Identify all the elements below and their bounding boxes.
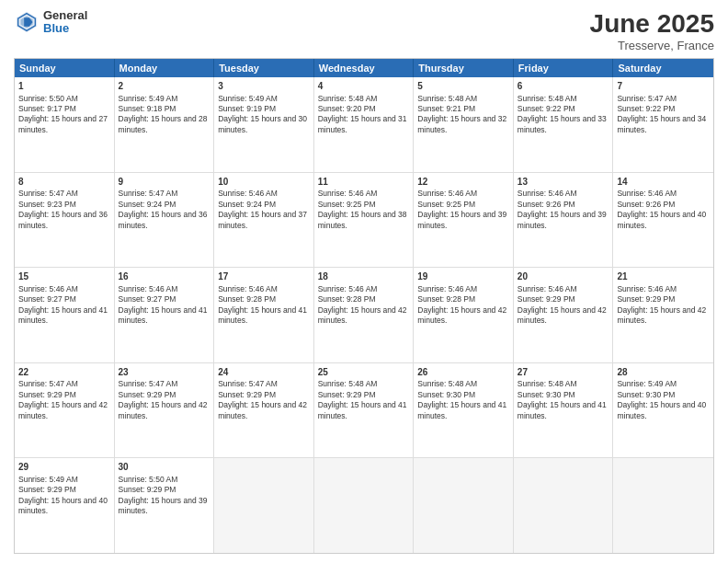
logo-icon xyxy=(14,9,40,35)
header-sunday: Sunday xyxy=(15,59,115,77)
day-26: 26Sunrise: 5:48 AMSunset: 9:30 PMDayligh… xyxy=(414,363,514,458)
day-19: 19Sunrise: 5:46 AMSunset: 9:28 PMDayligh… xyxy=(414,268,514,362)
week-row-1: 1Sunrise: 5:50 AMSunset: 9:17 PMDaylight… xyxy=(15,77,713,173)
page: General Blue June 2025 Tresserve, France… xyxy=(0,0,728,563)
subtitle: Tresserve, France xyxy=(590,39,714,52)
logo-text: General Blue xyxy=(43,9,87,36)
day-3: 3Sunrise: 5:49 AMSunset: 9:19 PMDaylight… xyxy=(214,77,314,172)
day-25: 25Sunrise: 5:48 AMSunset: 9:29 PMDayligh… xyxy=(314,363,415,458)
day-5: 5Sunrise: 5:48 AMSunset: 9:21 PMDaylight… xyxy=(414,77,514,172)
day-9: 9Sunrise: 5:47 AMSunset: 9:24 PMDaylight… xyxy=(115,173,215,268)
header: General Blue June 2025 Tresserve, France xyxy=(14,9,714,52)
week-row-3: 15Sunrise: 5:46 AMSunset: 9:27 PMDayligh… xyxy=(15,268,713,363)
day-24: 24Sunrise: 5:47 AMSunset: 9:29 PMDayligh… xyxy=(214,363,314,458)
logo-line2: Blue xyxy=(43,22,87,35)
logo: General Blue xyxy=(14,9,87,36)
empty-cell-5 xyxy=(613,458,713,553)
day-7: 7Sunrise: 5:47 AMSunset: 9:22 PMDaylight… xyxy=(613,77,713,172)
day-4: 4Sunrise: 5:48 AMSunset: 9:20 PMDaylight… xyxy=(314,77,415,172)
day-17: 17Sunrise: 5:46 AMSunset: 9:28 PMDayligh… xyxy=(214,268,314,362)
empty-cell-3 xyxy=(414,458,514,553)
day-8: 8Sunrise: 5:47 AMSunset: 9:23 PMDaylight… xyxy=(15,173,115,268)
day-10: 10Sunrise: 5:46 AMSunset: 9:24 PMDayligh… xyxy=(214,173,314,268)
day-14: 14Sunrise: 5:46 AMSunset: 9:26 PMDayligh… xyxy=(613,173,713,268)
day-1: 1Sunrise: 5:50 AMSunset: 9:17 PMDaylight… xyxy=(15,77,115,172)
calendar: Sunday Monday Tuesday Wednesday Thursday… xyxy=(14,58,714,554)
day-11: 11Sunrise: 5:46 AMSunset: 9:25 PMDayligh… xyxy=(314,173,415,268)
header-tuesday: Tuesday xyxy=(214,59,314,77)
week-row-4: 22Sunrise: 5:47 AMSunset: 9:29 PMDayligh… xyxy=(15,363,713,459)
day-30: 30Sunrise: 5:50 AMSunset: 9:29 PMDayligh… xyxy=(115,458,215,553)
day-28: 28Sunrise: 5:49 AMSunset: 9:30 PMDayligh… xyxy=(613,363,713,458)
day-29: 29Sunrise: 5:49 AMSunset: 9:29 PMDayligh… xyxy=(15,458,115,553)
week-row-2: 8Sunrise: 5:47 AMSunset: 9:23 PMDaylight… xyxy=(15,173,713,269)
empty-cell-4 xyxy=(514,458,614,553)
day-6: 6Sunrise: 5:48 AMSunset: 9:22 PMDaylight… xyxy=(514,77,614,172)
week-row-5: 29Sunrise: 5:49 AMSunset: 9:29 PMDayligh… xyxy=(15,458,713,553)
day-13: 13Sunrise: 5:46 AMSunset: 9:26 PMDayligh… xyxy=(514,173,614,268)
day-20: 20Sunrise: 5:46 AMSunset: 9:29 PMDayligh… xyxy=(514,268,614,362)
calendar-body: 1Sunrise: 5:50 AMSunset: 9:17 PMDaylight… xyxy=(15,77,713,553)
day-15: 15Sunrise: 5:46 AMSunset: 9:27 PMDayligh… xyxy=(15,268,115,362)
calendar-header: Sunday Monday Tuesday Wednesday Thursday… xyxy=(15,59,713,77)
main-title: June 2025 xyxy=(590,9,714,39)
day-2: 2Sunrise: 5:49 AMSunset: 9:18 PMDaylight… xyxy=(115,77,215,172)
day-23: 23Sunrise: 5:47 AMSunset: 9:29 PMDayligh… xyxy=(115,363,215,458)
empty-cell-1 xyxy=(214,458,314,553)
day-21: 21Sunrise: 5:46 AMSunset: 9:29 PMDayligh… xyxy=(613,268,713,362)
header-wednesday: Wednesday xyxy=(314,59,415,77)
logo-line1: General xyxy=(43,9,87,22)
day-27: 27Sunrise: 5:48 AMSunset: 9:30 PMDayligh… xyxy=(514,363,614,458)
empty-cell-2 xyxy=(314,458,415,553)
day-16: 16Sunrise: 5:46 AMSunset: 9:27 PMDayligh… xyxy=(115,268,215,362)
day-22: 22Sunrise: 5:47 AMSunset: 9:29 PMDayligh… xyxy=(15,363,115,458)
header-thursday: Thursday xyxy=(414,59,514,77)
title-section: June 2025 Tresserve, France xyxy=(590,9,714,52)
header-saturday: Saturday xyxy=(613,59,713,77)
day-18: 18Sunrise: 5:46 AMSunset: 9:28 PMDayligh… xyxy=(314,268,415,362)
day-12: 12Sunrise: 5:46 AMSunset: 9:25 PMDayligh… xyxy=(414,173,514,268)
header-friday: Friday xyxy=(514,59,614,77)
header-monday: Monday xyxy=(115,59,215,77)
